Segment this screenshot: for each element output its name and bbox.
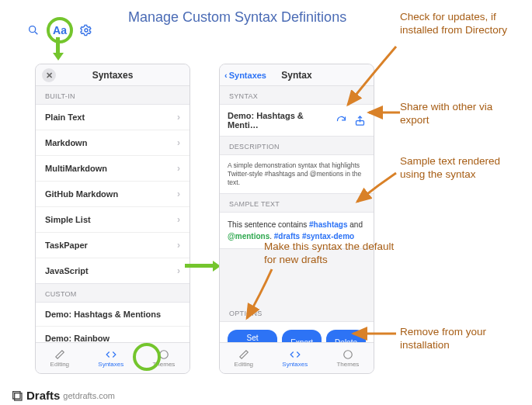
chevron-left-icon: ‹ [224,71,228,80]
svg-line-1 [35,32,37,34]
editor-toolbar-icons: Aa [20,16,99,45]
refresh-icon[interactable] [335,114,347,126]
description-label: DESCRIPTION [220,137,374,154]
syntaxes-title: Syntaxes [92,70,134,81]
search-icon[interactable] [25,22,42,39]
svg-point-5 [344,350,353,358]
tab-editing[interactable]: Editing [235,349,253,368]
arrow-annotation [185,264,216,268]
tab-label: Themes [152,361,175,368]
tab-label: Themes [336,361,359,368]
sample-label: SAMPLE TEXT [220,194,374,212]
chevron-right-icon: › [177,163,180,174]
callout-remove: Remove from your installation [400,326,516,352]
close-icon[interactable]: ✕ [42,68,56,82]
callout-default: Make this syntax the default for new dra… [264,241,396,267]
hashtag: #drafts [274,232,300,241]
list-item[interactable]: TaskPaper› [36,233,190,258]
tab-editing[interactable]: Editing [50,349,69,368]
brand-name: Drafts [26,389,60,402]
svg-point-0 [30,26,36,33]
mention: @mentions [228,232,269,241]
list-item[interactable]: Demo: Hashtags & Mentions [36,303,190,327]
tab-themes[interactable]: Themes [336,349,359,368]
chevron-right-icon: › [177,189,180,199]
detail-title: Syntax [281,70,311,81]
drafts-logo-icon [11,389,23,402]
chevron-right-icon: › [177,214,180,225]
chevron-right-icon: › [177,112,180,123]
footer: Drafts getdrafts.com [11,389,115,402]
builtin-section-label: BUILT-IN [36,86,190,104]
back-button[interactable]: ‹ Syntaxes [224,71,266,80]
tab-label: Editing [235,361,253,368]
bottom-tabbar: Editing Syntaxes Themes [36,342,190,373]
bottom-tabbar: Editing Syntaxes Themes [220,342,374,373]
share-icon[interactable] [353,114,366,126]
list-item[interactable]: JavaScript› [36,258,190,283]
description-text: A simple demonstration syntax that highl… [220,154,374,194]
hashtag: #hashtags [309,220,347,229]
syntax-name-row: Demo: Hashtags & Menti… [220,104,374,137]
chevron-right-icon: › [177,265,180,276]
list-item[interactable]: Simple List› [36,207,190,233]
list-item[interactable]: Markdown› [36,130,190,156]
syntaxes-list-panel: ✕ Syntaxes BUILT-IN Plain Text› Markdown… [35,64,190,374]
syntax-detail-header: ‹ Syntaxes Syntax [220,64,374,86]
tab-label: Syntaxes [98,361,123,368]
syntax-name: Demo: Hashtags & Menti… [228,111,335,130]
tab-label: Syntaxes [282,361,308,368]
tab-label: Editing [50,361,69,368]
callout-updates: Check for updates, if installed from Dir… [400,11,516,37]
callout-share: Share with other via export [400,101,516,127]
list-item[interactable]: Plain Text› [36,105,190,130]
arrow-annotation [56,37,60,56]
builtin-list: Plain Text› Markdown› MultiMarkdown› Git… [36,104,190,284]
options-label: OPTIONS [220,303,374,321]
syntax-detail-panel: ‹ Syntaxes Syntax SYNTAX Demo: Hashtags … [219,64,374,374]
gear-icon[interactable] [78,22,95,39]
tab-syntaxes[interactable]: Syntaxes [282,349,308,368]
svg-point-2 [85,29,88,32]
list-item[interactable]: GitHub Markdown› [36,182,190,207]
syntaxes-header: ✕ Syntaxes [36,64,190,86]
custom-section-label: CUSTOM [36,284,190,302]
tab-themes[interactable]: Themes [152,349,175,368]
chevron-right-icon: › [177,240,180,251]
appearance-aa-icon[interactable]: Aa [47,17,73,43]
callout-sample: Sample text rendered using the syntax [400,155,516,182]
svg-point-3 [160,350,169,358]
list-item[interactable]: MultiMarkdown› [36,156,190,182]
syntax-section-label: SYNTAX [220,86,374,104]
brand-url: getdrafts.com [63,391,115,400]
tab-syntaxes[interactable]: Syntaxes [98,349,123,368]
page-title: Manage Custom Syntax Definitions [128,9,346,26]
hashtag: #syntax-demo [302,232,354,241]
chevron-right-icon: › [177,137,180,148]
